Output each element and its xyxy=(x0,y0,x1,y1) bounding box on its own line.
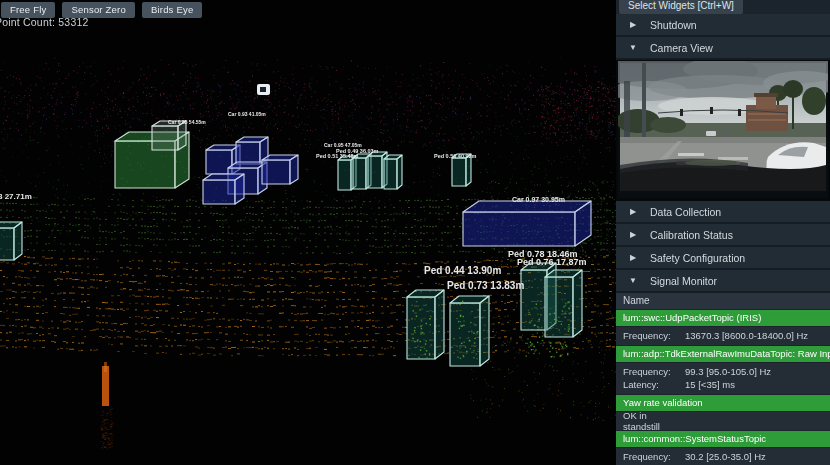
section-data-collection[interactable]: ▶Data Collection xyxy=(616,201,830,224)
signal-topic-row: lum::adp::TdkExternalRawImuDataTopic: Ra… xyxy=(616,346,830,362)
chevron-down-icon: ▼ xyxy=(616,276,650,285)
section-label: Signal Monitor xyxy=(650,275,717,287)
chevron-right-icon: ▶ xyxy=(616,253,650,262)
bbox-ped-edge xyxy=(0,222,22,260)
bbox-vehicle xyxy=(152,121,186,150)
section-safety-configuration[interactable]: ▶Safety Configuration xyxy=(616,247,830,270)
metric-value: 15 [<35] ms xyxy=(685,379,735,390)
section-label: Safety Configuration xyxy=(650,252,745,264)
birds-eye-button[interactable]: Birds Eye xyxy=(142,2,202,18)
camera-view-panel xyxy=(616,60,830,201)
section-calibration-status[interactable]: ▶Calibration Status xyxy=(616,224,830,247)
bbox-car xyxy=(262,155,298,184)
metric-key: Frequency: xyxy=(623,330,685,341)
detection-label: Car 0.85 54.55m xyxy=(168,119,206,125)
metric-value: 99.3 [95.0-105.0] Hz xyxy=(685,366,771,377)
section-shutdown[interactable]: ▶Shutdown xyxy=(616,14,830,37)
pointcloud-viewport[interactable]: Ped 0.44 13.90mPed 0.73 13.83mPed 0.78 1… xyxy=(0,0,616,465)
detection-label: Ped 0.44 13.90m xyxy=(424,265,501,276)
metric-value: 30.2 [25.0-35.0] Hz xyxy=(685,451,766,462)
detection-label: 8 27.71m xyxy=(0,192,32,201)
signal-metrics-row: Frequency:13670.3 [8600.0-18400.0] Hz xyxy=(616,327,830,345)
bbox-ped xyxy=(384,155,402,189)
section-label: Calibration Status xyxy=(650,229,733,241)
detection-label: Car 0.93 41.05m xyxy=(228,111,266,117)
section-label: Camera View xyxy=(650,42,713,54)
point-count-label: Point Count: 53312 xyxy=(0,16,89,28)
signal-metrics-row: OK in standstill xyxy=(616,412,830,430)
metric-key: OK in standstill xyxy=(623,410,685,432)
section-label: Data Collection xyxy=(650,206,721,218)
bbox-ped-near xyxy=(450,296,489,366)
chevron-right-icon: ▶ xyxy=(616,230,650,239)
section-signal-monitor[interactable]: ▼Signal Monitor xyxy=(616,270,830,293)
widget-sidebar: Select Widgets [Ctrl+W] ▶Shutdown▼Camera… xyxy=(616,0,830,465)
metric-value: 13670.3 [8600.0-18400.0] Hz xyxy=(685,330,808,341)
signal-metrics-row: Frequency:99.3 [95.0-105.0] HzLatency:15… xyxy=(616,363,830,394)
app-window: Ped 0.44 13.90mPed 0.73 13.83mPed 0.78 1… xyxy=(0,0,830,465)
detection-label: Car 0.97 30.95m xyxy=(512,196,565,203)
detection-label: Ped 0.76 17.87m xyxy=(517,257,587,267)
chevron-down-icon: ▼ xyxy=(616,43,650,52)
signal-name-header: Name xyxy=(616,293,830,309)
select-widgets-button[interactable]: Select Widgets [Ctrl+W] xyxy=(619,0,743,14)
bbox-ped-near xyxy=(545,270,582,337)
metric-key: Latency: xyxy=(623,379,685,390)
detection-label: Ped 0.49 36.03m xyxy=(336,148,379,154)
signal-metrics-row: Frequency:30.2 [25.0-35.0] HzLatency:12 … xyxy=(616,448,830,465)
sensor-marker-icon xyxy=(257,84,270,95)
camera-image xyxy=(618,61,828,198)
bbox-car-near xyxy=(463,201,591,246)
metric-key: Frequency: xyxy=(623,366,685,377)
detection-label: Ped 0.56 40.92m xyxy=(434,153,477,159)
signal-monitor-list: Namelum::swc::UdpPacketTopic (IRIS)Frequ… xyxy=(616,293,830,465)
chevron-right-icon: ▶ xyxy=(616,20,650,29)
widget-sections: ▶Shutdown▼Camera View xyxy=(616,14,830,465)
bbox-car xyxy=(203,174,244,204)
signal-topic-row: lum::swc::UdpPacketTopic (IRIS) xyxy=(616,310,830,326)
signal-topic-row: lum::common::SystemStatusTopic xyxy=(616,431,830,447)
chevron-right-icon: ▶ xyxy=(616,207,650,216)
section-camera-view[interactable]: ▼Camera View xyxy=(616,37,830,60)
section-label: Shutdown xyxy=(650,19,697,31)
metric-key: Frequency: xyxy=(623,451,685,462)
detection-label: Ped 0.73 13.83m xyxy=(447,280,524,291)
detection-overlay: Ped 0.44 13.90mPed 0.73 13.83mPed 0.78 1… xyxy=(0,0,616,465)
detection-label: Car 0.95 47.05m xyxy=(324,142,362,148)
